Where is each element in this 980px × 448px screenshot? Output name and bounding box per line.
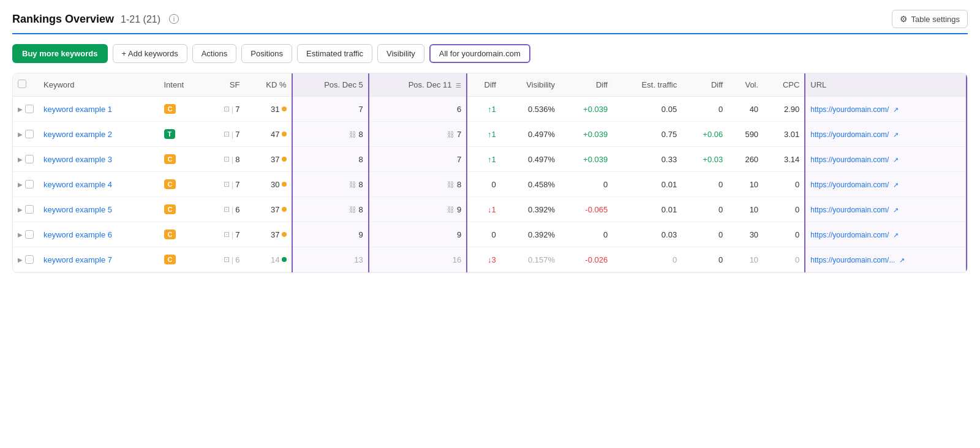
keyword-cell: keyword example 1 bbox=[39, 97, 159, 122]
keyword-cell: keyword example 7 bbox=[39, 247, 159, 272]
url-link[interactable]: https://yourdomain.com/ bbox=[810, 130, 889, 139]
row-checkbox[interactable] bbox=[25, 230, 34, 239]
cpc-cell: 0 bbox=[763, 247, 805, 272]
vis-diff-value: -0.065 bbox=[585, 205, 608, 214]
kd-dot bbox=[282, 232, 287, 237]
sf-icon: ⊡ bbox=[224, 230, 230, 239]
expand-icon[interactable]: ▶ bbox=[18, 106, 23, 113]
expand-icon[interactable]: ▶ bbox=[18, 231, 23, 238]
visibility-tab[interactable]: Visibility bbox=[377, 44, 424, 63]
row-checkbox[interactable] bbox=[25, 255, 34, 264]
buy-keywords-button[interactable]: Buy more keywords bbox=[12, 44, 108, 63]
est-traffic-cell: 0.01 bbox=[612, 172, 682, 197]
external-link-icon[interactable]: ↗ bbox=[893, 206, 899, 214]
keyword-header: Keyword bbox=[39, 73, 159, 97]
kd-dot bbox=[282, 207, 287, 212]
row-checkbox[interactable] bbox=[25, 155, 34, 163]
diff-cell: ↑1 bbox=[467, 122, 501, 147]
url-link[interactable]: https://yourdomain.com/ bbox=[810, 231, 889, 239]
external-link-icon[interactable]: ↗ bbox=[893, 231, 899, 239]
keyword-link[interactable]: keyword example 1 bbox=[43, 105, 112, 114]
est-diff-cell: +0.03 bbox=[682, 147, 728, 172]
intent-cell: C bbox=[159, 97, 205, 122]
expand-icon[interactable]: ▶ bbox=[18, 131, 23, 138]
cpc-cell: 0 bbox=[763, 172, 805, 197]
external-link-icon[interactable]: ↗ bbox=[893, 106, 899, 113]
expand-cell: ▶ bbox=[13, 247, 39, 272]
sf-cell: ⊡ | 7 bbox=[205, 222, 244, 247]
url-header: URL bbox=[805, 73, 967, 97]
domain-filter-tab[interactable]: All for yourdomain.com bbox=[429, 44, 530, 63]
kd-cell: 30 bbox=[244, 172, 292, 197]
est-diff-value: 0 bbox=[718, 230, 723, 239]
url-link[interactable]: https://yourdomain.com/ bbox=[810, 155, 889, 164]
row-checkbox[interactable] bbox=[25, 205, 34, 214]
cpc-cell: 0 bbox=[763, 197, 805, 222]
est-diff-cell: 0 bbox=[682, 97, 728, 122]
add-keywords-button[interactable]: + Add keywords bbox=[113, 44, 187, 63]
cpc-cell: 3.14 bbox=[763, 147, 805, 172]
url-link[interactable]: https://yourdomain.com/ bbox=[810, 105, 889, 114]
intent-badge: T bbox=[164, 129, 176, 139]
kd-dot bbox=[282, 106, 287, 111]
row-checkbox[interactable] bbox=[25, 130, 34, 138]
expand-icon[interactable]: ▶ bbox=[18, 256, 23, 263]
row-checkbox[interactable] bbox=[25, 180, 34, 189]
external-link-icon[interactable]: ↗ bbox=[893, 131, 899, 138]
row-checkbox[interactable] bbox=[25, 105, 34, 113]
external-link-icon[interactable]: ↗ bbox=[893, 156, 899, 163]
keyword-link[interactable]: keyword example 6 bbox=[43, 230, 112, 239]
pos-dec11-cell: 6 bbox=[369, 97, 467, 122]
cpc-header: CPC bbox=[763, 73, 805, 97]
expand-icon[interactable]: ▶ bbox=[18, 206, 23, 213]
pos-dec11-cell: 9 bbox=[369, 222, 467, 247]
kd-cell: 31 bbox=[244, 97, 292, 122]
estimated-traffic-tab[interactable]: Estimated traffic bbox=[297, 44, 372, 63]
sf-value: 7 bbox=[235, 180, 239, 189]
pos-dec5-cell: ⛓ 8 bbox=[292, 197, 369, 222]
sf-icon: ⊡ bbox=[224, 130, 230, 138]
sf-cell: ⊡ | 6 bbox=[205, 197, 244, 222]
keyword-link[interactable]: keyword example 5 bbox=[43, 205, 112, 214]
url-link[interactable]: https://yourdomain.com/ bbox=[810, 206, 889, 214]
gear-icon: ⚙ bbox=[900, 14, 908, 24]
vis-diff-cell: +0.039 bbox=[560, 147, 612, 172]
visibility-cell: 0.392% bbox=[501, 197, 560, 222]
sort-icon[interactable]: ☰ bbox=[456, 82, 461, 89]
external-link-icon[interactable]: ↗ bbox=[899, 256, 905, 264]
chain-icon: ⛓ bbox=[447, 130, 454, 139]
sf-value: 7 bbox=[235, 130, 239, 139]
keyword-link[interactable]: keyword example 3 bbox=[43, 155, 112, 164]
table-settings-button[interactable]: ⚙ Table settings bbox=[892, 10, 968, 28]
vis-diff-cell: +0.039 bbox=[560, 122, 612, 147]
url-cell: https://yourdomain.com/ ↗ bbox=[805, 122, 967, 147]
select-all-checkbox[interactable] bbox=[18, 80, 26, 88]
info-icon[interactable]: i bbox=[169, 14, 179, 24]
keyword-link[interactable]: keyword example 2 bbox=[43, 130, 112, 139]
keyword-link[interactable]: keyword example 4 bbox=[43, 180, 112, 189]
expand-cell: ▶ bbox=[13, 172, 39, 197]
sf-value: 8 bbox=[235, 155, 239, 164]
vis-diff-cell: -0.065 bbox=[560, 197, 612, 222]
expand-cell: ▶ bbox=[13, 222, 39, 247]
keyword-cell: keyword example 5 bbox=[39, 197, 159, 222]
est-diff-value: 0 bbox=[718, 255, 723, 264]
kd-value: 47 bbox=[271, 130, 279, 139]
intent-badge: C bbox=[164, 230, 176, 239]
kd-value: 30 bbox=[271, 180, 279, 189]
keyword-link[interactable]: keyword example 7 bbox=[43, 255, 112, 264]
sf-value: 6 bbox=[235, 205, 239, 214]
intent-badge: C bbox=[164, 255, 176, 264]
url-link[interactable]: https://yourdomain.com/ bbox=[810, 181, 889, 189]
expand-icon[interactable]: ▶ bbox=[18, 156, 23, 163]
sf-icon: ⊡ bbox=[224, 105, 230, 113]
diff-value: 0 bbox=[492, 230, 496, 239]
vol-cell: 10 bbox=[728, 172, 763, 197]
external-link-icon[interactable]: ↗ bbox=[893, 181, 899, 189]
url-link[interactable]: https://yourdomain.com/... bbox=[810, 256, 895, 264]
visibility-cell: 0.497% bbox=[501, 147, 560, 172]
positions-tab[interactable]: Positions bbox=[241, 44, 292, 63]
expand-icon[interactable]: ▶ bbox=[18, 181, 23, 188]
intent-cell: C bbox=[159, 197, 205, 222]
actions-button[interactable]: Actions bbox=[192, 44, 237, 63]
